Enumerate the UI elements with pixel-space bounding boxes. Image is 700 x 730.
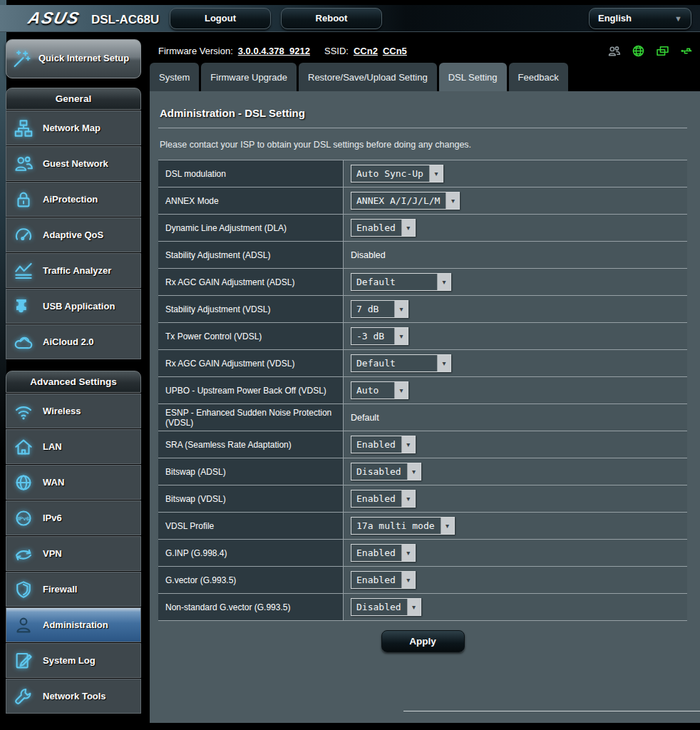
bitswap-vdsl-label: Bitswap (VDSL)	[158, 485, 344, 512]
rx-agc-gain-adjustment-adsl-select[interactable]: Default▾	[351, 273, 451, 291]
sidebar-item-lan[interactable]: LAN	[6, 429, 141, 464]
dynamic-line-adjustment-dla-select[interactable]: Enabled▾	[351, 219, 416, 237]
table-cell-value: -3 dB▾	[344, 323, 687, 349]
shield-icon	[13, 579, 34, 600]
tx-power-control-vdsl-select[interactable]: -3 dB▾	[351, 327, 408, 345]
sra-seamless-rate-adaptation-select[interactable]: Enabled▾	[351, 436, 416, 453]
apply-button[interactable]: Apply	[381, 630, 465, 652]
sidebar-item-label: WAN	[43, 477, 64, 488]
sidebar-item-ipv6[interactable]: IPv6IPv6	[6, 500, 141, 535]
sidebar-item-wireless[interactable]: Wireless	[6, 394, 141, 428]
select-value: Default	[351, 274, 437, 290]
clients-icon[interactable]	[607, 43, 622, 58]
svg-text:IPv6: IPv6	[18, 515, 30, 521]
tab-firmware-upgrade[interactable]: Firmware Upgrade	[201, 63, 297, 91]
stability-adjustment-vdsl-select[interactable]: 7 dB▾	[351, 300, 408, 318]
vdsl-profile-select[interactable]: 17a multi mode▾	[351, 517, 455, 535]
select-value: Disabled	[351, 599, 407, 615]
house-icon	[13, 436, 34, 458]
sidebar-item-wan[interactable]: WAN	[6, 465, 141, 500]
sidebar-item-traffic-analyzer[interactable]: Traffic Analyzer	[6, 253, 141, 288]
upbo-upstream-power-back-off-vdsl-label: UPBO - Upstream Power Back Off (VDSL)	[158, 377, 344, 403]
logout-button[interactable]: Logout	[170, 8, 271, 29]
chevron-down-icon: ▼	[674, 14, 682, 23]
table-row: Rx AGC GAIN Adjustment (VDSL)Default▾	[158, 350, 687, 377]
non-standard-g-vector-g-993-5-select[interactable]: Disabled▾	[351, 598, 421, 616]
asus-logo: ASUS	[26, 9, 83, 28]
esnp-enhanced-sudden-noise-protection-vdsl-value: Default	[351, 413, 379, 423]
table-cell-value: Disabled▾	[344, 594, 687, 620]
ssid-label: SSID:	[324, 46, 349, 56]
sidebar-section-general: GeneralNetwork MapGuest NetworkAiProtect…	[6, 88, 141, 359]
table-cell-value: Enabled▾	[344, 485, 687, 512]
guest-network-icon	[13, 153, 34, 175]
annex-mode-select[interactable]: ANNEX A/I/J/L/M▾	[351, 192, 460, 210]
table-row: Rx AGC GAIN Adjustment (ADSL)Default▾	[158, 269, 687, 296]
sidebar-item-firewall[interactable]: Firewall	[6, 572, 141, 607]
upbo-upstream-power-back-off-vdsl-select[interactable]: Auto▾	[351, 381, 408, 399]
magic-wand-icon	[11, 48, 32, 70]
table-row: Stability Adjustment (VDSL)7 dB▾	[158, 296, 687, 323]
sidebar-item-label: Administration	[43, 620, 108, 630]
sidebar-item-adaptive-qos[interactable]: Adaptive QoS	[6, 217, 141, 252]
tab-dsl-setting[interactable]: DSL Setting	[439, 63, 507, 91]
g-inp-g-998-4-select[interactable]: Enabled▾	[351, 544, 416, 562]
sidebar-item-guest-network[interactable]: Guest Network	[6, 146, 141, 181]
table-cell-value: Enabled▾	[344, 567, 687, 593]
table-cell-value: 7 dB▾	[344, 296, 687, 322]
dsl-modulation-select[interactable]: Auto Sync-Up▾	[351, 165, 443, 182]
table-cell-value: Auto▾	[344, 377, 687, 403]
sidebar-item-aicloud-2-0[interactable]: AiCloud 2.0	[6, 324, 141, 359]
table-cell-value: Auto Sync-Up▾	[344, 160, 687, 187]
gauge-icon	[13, 225, 34, 246]
vdsl-profile-label: VDSL Profile	[158, 513, 344, 539]
tab-restore-save-upload-setting[interactable]: Restore/Save/Upload Setting	[299, 63, 437, 91]
title-divider	[158, 128, 687, 128]
bitswap-adsl-select[interactable]: Disabled▾	[351, 463, 421, 480]
annex-mode-label: ANNEX Mode	[158, 187, 344, 214]
language-dropdown[interactable]: English ▼	[589, 8, 691, 29]
table-row: G.vector (G.993.5)Enabled▾	[158, 567, 687, 594]
rx-agc-gain-adjustment-vdsl-select[interactable]: Default▾	[351, 354, 451, 372]
content-panel: Administration - DSL Setting Please cont…	[150, 91, 700, 723]
sidebar-item-network-map[interactable]: Network Map	[6, 110, 141, 145]
firmware-version-link[interactable]: 3.0.0.4.378_9212	[238, 46, 310, 56]
router-model: DSL-AC68U	[91, 13, 159, 27]
sidebar-item-label: Adaptive QoS	[43, 230, 103, 240]
network-map-icon	[13, 118, 34, 139]
chevron-down-icon: ▾	[441, 518, 454, 534]
chevron-down-icon: ▾	[394, 328, 408, 344]
sidebar-item-administration[interactable]: Administration	[6, 607, 141, 642]
sidebar-item-label: IPv6	[43, 513, 62, 523]
dsl-modulation-label: DSL modulation	[158, 160, 344, 187]
select-value: Enabled	[351, 220, 401, 236]
quick-internet-setup-button[interactable]: Quick Internet Setup	[6, 39, 141, 78]
ssid-link-2[interactable]: CCn5	[383, 46, 407, 56]
reboot-button[interactable]: Reboot	[281, 8, 382, 29]
devices-icon[interactable]	[655, 43, 670, 58]
table-cell-value: Disabled	[344, 242, 687, 268]
vpn-arrows-icon	[13, 543, 34, 565]
table-row: VDSL Profile17a multi mode▾	[158, 513, 687, 540]
chevron-down-icon: ▾	[394, 382, 408, 399]
internet-globe-icon[interactable]	[631, 43, 646, 58]
bitswap-vdsl-select[interactable]: Enabled▾	[351, 490, 416, 508]
select-value: Enabled	[351, 490, 401, 507]
g-vector-g-993-5-select[interactable]: Enabled▾	[351, 571, 416, 589]
tab-feedback[interactable]: Feedback	[509, 63, 568, 91]
sidebar-item-vpn[interactable]: VPN	[6, 536, 141, 571]
tab-system[interactable]: System	[150, 63, 199, 91]
section-header-general: General	[6, 88, 141, 110]
sidebar-item-network-tools[interactable]: Network Tools	[6, 679, 141, 714]
chevron-down-icon: ▾	[429, 165, 443, 182]
sidebar-item-aiprotection[interactable]: AiProtection	[6, 182, 141, 217]
ssid-link-1[interactable]: CCn2	[354, 46, 378, 56]
table-row: G.INP (G.998.4)Enabled▾	[158, 540, 687, 567]
log-icon	[13, 650, 34, 672]
firmware-version-label: Firmware Version:	[158, 46, 233, 56]
usb-icon[interactable]	[679, 43, 694, 58]
sidebar-item-usb-application[interactable]: USB Application	[6, 289, 141, 324]
chevron-down-icon: ▾	[407, 463, 421, 480]
brand: ASUS DSL-AC68U	[0, 9, 170, 28]
sidebar-item-system-log[interactable]: System Log	[6, 643, 141, 678]
